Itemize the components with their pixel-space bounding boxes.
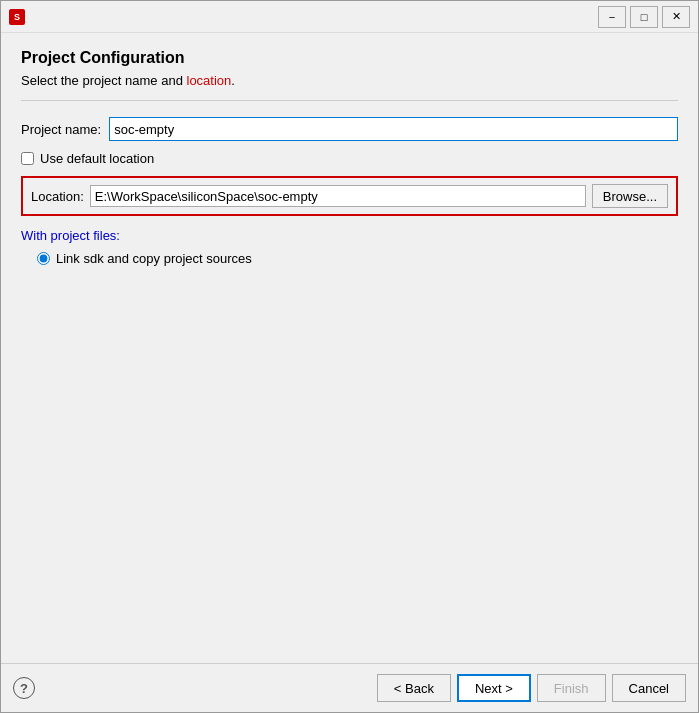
project-name-label: Project name:: [21, 122, 101, 137]
subtitle-highlight: location: [187, 73, 232, 88]
content-spacer: [21, 266, 678, 647]
location-label: Location:: [31, 189, 84, 204]
close-button[interactable]: ✕: [662, 6, 690, 28]
with-project-files-text: With project files:: [21, 228, 120, 243]
next-button[interactable]: Next >: [457, 674, 531, 702]
minimize-button[interactable]: −: [598, 6, 626, 28]
subtitle-suffix: .: [231, 73, 235, 88]
help-button[interactable]: ?: [13, 677, 35, 699]
use-default-label[interactable]: Use default location: [40, 151, 154, 166]
back-button[interactable]: < Back: [377, 674, 451, 702]
use-default-row: Use default location: [21, 151, 678, 166]
link-sdk-radio[interactable]: [37, 252, 50, 265]
page-title: Project Configuration: [21, 49, 678, 67]
bottom-buttons: < Back Next > Finish Cancel: [377, 674, 686, 702]
header-divider: [21, 100, 678, 101]
radio-row: Link sdk and copy project sources: [37, 251, 678, 266]
browse-button[interactable]: Browse...: [592, 184, 668, 208]
title-bar-controls: − □ ✕: [598, 6, 690, 28]
dialog-window: S − □ ✕ Project Configuration Select the…: [0, 0, 699, 713]
cancel-button[interactable]: Cancel: [612, 674, 686, 702]
content-area: Project Configuration Select the project…: [1, 33, 698, 663]
bottom-bar: ? < Back Next > Finish Cancel: [1, 663, 698, 712]
title-bar: S − □ ✕: [1, 1, 698, 33]
project-name-row: Project name:: [21, 117, 678, 141]
subtitle-prefix: Select the project name and: [21, 73, 187, 88]
finish-button[interactable]: Finish: [537, 674, 606, 702]
app-icon: S: [9, 9, 25, 25]
location-group: Location: Browse...: [21, 176, 678, 216]
link-sdk-label[interactable]: Link sdk and copy project sources: [56, 251, 252, 266]
use-default-checkbox[interactable]: [21, 152, 34, 165]
project-name-input[interactable]: [109, 117, 678, 141]
page-subtitle: Select the project name and location.: [21, 73, 678, 88]
location-input[interactable]: [90, 185, 586, 207]
maximize-button[interactable]: □: [630, 6, 658, 28]
with-project-files-label: With project files:: [21, 228, 678, 243]
